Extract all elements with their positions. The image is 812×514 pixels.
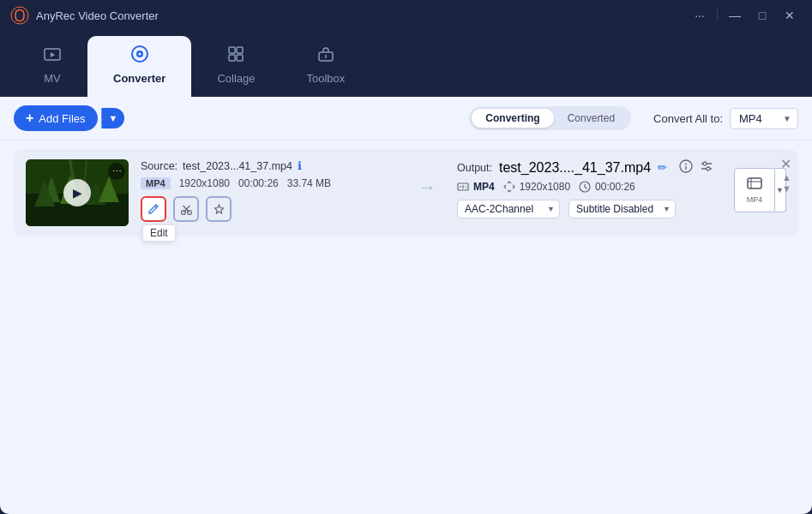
close-button[interactable]: ✕ [778, 7, 802, 24]
tab-collage-label: Collage [217, 72, 255, 85]
nav-tabs: MV Converter Collage Toolbox [0, 31, 812, 97]
source-label: Source: [141, 160, 177, 172]
format-thumb-label: MP4 [747, 195, 763, 204]
svg-point-26 [685, 164, 687, 165]
convert-all-to: Convert All to: MP4 MKV AVI MOV [653, 108, 798, 129]
edit-pencil-icon[interactable]: ✏ [658, 161, 667, 174]
output-icons [679, 159, 713, 176]
tab-mv[interactable]: MV [17, 36, 87, 97]
card-nav-up-button[interactable]: ▲ [782, 173, 791, 182]
duration-text: 00:00:26 [238, 177, 279, 189]
file-source: Source: test_2023...41_37.mp4 ℹ [141, 159, 397, 172]
file-list: ▶ ⋯ Source: test_2023...41_37.mp4 ℹ MP4 … [0, 140, 812, 514]
thumbnail-options-button[interactable]: ⋯ [108, 163, 125, 180]
svg-point-4 [138, 53, 141, 56]
edit-tooltip: Edit [142, 224, 176, 242]
tab-converter-label: Converter [113, 72, 165, 85]
title-bar-left: AnyRec Video Converter [10, 6, 159, 25]
add-files-button[interactable]: + Add Files [14, 105, 98, 131]
converting-tab-button[interactable]: Converting [472, 109, 553, 128]
toolbox-icon [316, 45, 335, 68]
app-title: AnyRec Video Converter [36, 9, 159, 22]
svg-rect-6 [237, 47, 243, 53]
size-text: 33.74 MB [287, 177, 331, 189]
menu-button[interactable]: ··· [688, 7, 712, 24]
output-duration-text: 00:00:26 [595, 181, 635, 193]
file-card: ▶ ⋯ Source: test_2023...41_37.mp4 ℹ MP4 … [14, 149, 798, 236]
card-nav: ▲ ▼ [782, 173, 791, 194]
convert-all-to-label: Convert All to: [653, 112, 723, 125]
tab-collage[interactable]: Collage [191, 36, 280, 97]
add-files-label: Add Files [39, 112, 85, 125]
output-duration-info: 00:00:26 [579, 181, 635, 193]
main-content: + Add Files ▼ Converting Converted Conve… [0, 97, 812, 514]
output-format-row: MP4 1920x1080 00:00:26 [457, 181, 713, 193]
edit-button[interactable] [141, 196, 166, 222]
title-bar: AnyRec Video Converter ··· — □ ✕ [0, 0, 812, 31]
audio-channel-select[interactable]: AAC-2Channel AAC-Stereo MP3 [457, 200, 560, 218]
subtitle-select[interactable]: Subtitle Disabled Subtitle Enabled [568, 200, 676, 218]
toolbar: + Add Files ▼ Converting Converted Conve… [0, 97, 812, 140]
svg-point-31 [707, 167, 710, 170]
title-separator [717, 9, 718, 21]
audio-channel-select-wrapper: AAC-2Channel AAC-Stereo MP3 [457, 200, 560, 218]
resolution-text: 1920x1080 [179, 177, 230, 189]
tab-toolbox-label: Toolbox [307, 72, 346, 85]
output-label: Output: [457, 162, 492, 174]
tab-converter[interactable]: Converter [87, 36, 191, 97]
video-thumbnail[interactable]: ▶ ⋯ [26, 159, 129, 226]
minimize-button[interactable]: — [723, 7, 747, 24]
svg-rect-37 [748, 178, 761, 188]
app-logo-icon [10, 6, 29, 25]
subtitle-select-wrapper: Subtitle Disabled Subtitle Enabled [568, 200, 676, 218]
format-badge: MP4 [141, 177, 171, 189]
format-select[interactable]: MP4 MKV AVI MOV [730, 108, 798, 129]
plus-icon: + [26, 111, 33, 126]
file-meta: MP4 1920x1080 00:00:26 33.74 MB [141, 177, 397, 189]
output-format-info: MP4 [457, 181, 495, 193]
source-filename: test_2023...41_37.mp4 [183, 160, 292, 172]
view-switcher: Converting Converted [469, 106, 631, 130]
play-button[interactable]: ▶ [63, 179, 91, 206]
output-section: Output: test_2023...._41_37.mp4 ✏ [457, 159, 713, 218]
card-nav-down-button[interactable]: ▼ [782, 184, 791, 194]
output-format-name: MP4 [473, 181, 495, 193]
cut-button[interactable] [173, 196, 199, 222]
output-selects: AAC-2Channel AAC-Stereo MP3 Subtitle Dis… [457, 200, 713, 218]
svg-rect-7 [229, 55, 235, 61]
svg-point-30 [703, 162, 707, 165]
output-info-button[interactable] [679, 159, 693, 176]
maximize-button[interactable]: □ [750, 7, 774, 24]
convert-arrow: → [409, 159, 445, 199]
format-select-wrapper: MP4 MKV AVI MOV [730, 108, 798, 129]
converter-icon [130, 45, 149, 68]
output-filename: test_2023...._41_37.mp4 [499, 160, 651, 176]
converted-tab-button[interactable]: Converted [554, 109, 629, 128]
file-info: Source: test_2023...41_37.mp4 ℹ MP4 1920… [141, 159, 397, 222]
output-header: Output: test_2023...._41_37.mp4 ✏ [457, 159, 713, 176]
mv-icon [43, 45, 62, 68]
file-card-close-button[interactable]: ✕ [780, 156, 791, 172]
file-actions: Edit [141, 196, 397, 222]
tab-toolbox[interactable]: Toolbox [281, 36, 371, 97]
info-icon[interactable]: ℹ [298, 159, 302, 172]
title-bar-controls: ··· — □ ✕ [688, 7, 802, 24]
output-resolution-info: 1920x1080 [503, 181, 570, 193]
svg-rect-5 [229, 47, 235, 53]
output-resolution-text: 1920x1080 [520, 181, 570, 193]
enhance-button[interactable] [206, 196, 232, 222]
collage-icon [226, 45, 245, 68]
output-settings-button[interactable] [700, 159, 713, 176]
svg-rect-8 [237, 55, 243, 61]
add-files-dropdown-button[interactable]: ▼ [101, 108, 125, 128]
format-thumbnail[interactable]: MP4 [734, 168, 775, 212]
tab-mv-label: MV [44, 72, 61, 85]
